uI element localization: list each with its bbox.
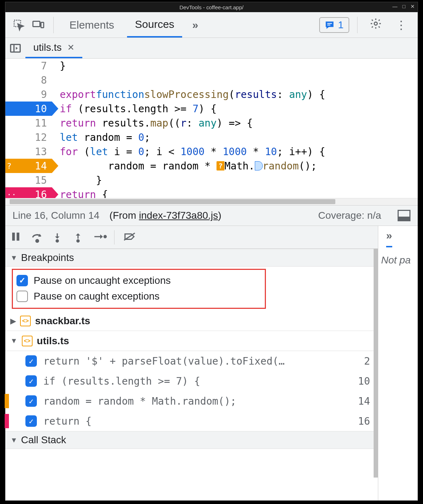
code-line[interactable]: if (results.length >= 7) { xyxy=(60,102,418,116)
line-number[interactable]: 14? xyxy=(5,159,52,173)
expand-icon: ▼ xyxy=(10,337,18,345)
pause-caught-checkbox[interactable] xyxy=(16,291,28,302)
editor-status: Line 16, Column 14 (From index-73f73a80.… xyxy=(5,205,418,226)
debugger-pane: ▼ Breakpoints ✓ Pause on uncaught except… xyxy=(5,226,378,500)
debug-toolbar xyxy=(5,226,378,249)
svg-rect-8 xyxy=(12,232,15,241)
code-content[interactable]: }export function slowProcessing(results:… xyxy=(52,59,418,205)
inspect-icon[interactable] xyxy=(12,18,26,32)
pause-status-text: Not pa xyxy=(381,255,415,266)
svg-rect-4 xyxy=(327,24,331,25)
expand-icon: ▶ xyxy=(10,317,16,325)
maximize-icon[interactable]: □ xyxy=(403,4,405,9)
window-title: DevTools - coffee-cart.app/ xyxy=(180,4,244,10)
svg-point-14 xyxy=(77,239,79,242)
breakpoints-section-header[interactable]: ▼ Breakpoints xyxy=(5,249,378,267)
settings-icon[interactable] xyxy=(365,18,386,33)
close-file-icon[interactable]: ✕ xyxy=(67,43,74,53)
svg-rect-9 xyxy=(17,232,20,241)
code-line[interactable] xyxy=(60,73,418,87)
file-name: utils.ts xyxy=(37,335,69,347)
code-line[interactable]: random = random * ?Math.random(); xyxy=(60,159,418,173)
code-line[interactable]: let random = 0; xyxy=(60,130,418,144)
callstack-section-header[interactable]: ▼ Call Stack xyxy=(5,431,378,449)
titlebar: DevTools - coffee-cart.app/ — □ ✕ xyxy=(5,2,418,12)
pause-uncaught-row[interactable]: ✓ Pause on uncaught exceptions xyxy=(13,273,265,288)
script-file-icon: <> xyxy=(20,316,31,326)
breakpoint-text: random = random * Math.random(); xyxy=(43,395,236,407)
step-over-icon[interactable] xyxy=(31,231,43,243)
more-tabs-icon[interactable]: » xyxy=(187,19,203,31)
breakpoint-item[interactable]: ✓return {16 xyxy=(5,411,378,431)
bottom-drawer-icon[interactable] xyxy=(398,210,410,221)
breakpoint-checkbox[interactable]: ✓ xyxy=(25,415,37,427)
file-tabbar: utils.ts ✕ xyxy=(5,38,418,59)
line-number[interactable]: 10 xyxy=(5,102,52,116)
code-line[interactable]: return results.map((r: any) => { xyxy=(60,116,418,130)
vertical-scrollbar[interactable] xyxy=(374,249,378,478)
file-tab-utils[interactable]: utils.ts ✕ xyxy=(25,38,82,58)
line-number[interactable]: 7 xyxy=(5,59,52,73)
svg-point-10 xyxy=(36,239,38,242)
horizontal-scrollbar[interactable] xyxy=(5,198,418,205)
breakpoint-stripe xyxy=(5,394,9,408)
breakpoint-item[interactable]: ✓return '$' + parseFloat(value).toFixed(… xyxy=(5,351,378,371)
more-tabs-icon[interactable]: » xyxy=(386,229,392,247)
pause-icon[interactable] xyxy=(10,231,23,243)
device-icon[interactable] xyxy=(31,18,45,32)
script-file-icon: <> xyxy=(22,336,33,346)
pause-caught-row[interactable]: Pause on caught exceptions xyxy=(13,288,265,304)
breakpoint-file-row[interactable]: ▶<>snackbar.ts xyxy=(5,311,378,331)
line-number[interactable]: 9 xyxy=(5,87,52,102)
code-line[interactable]: } xyxy=(60,173,418,187)
issues-count: 1 xyxy=(338,19,344,31)
collapse-icon: ▼ xyxy=(10,436,18,444)
breakpoint-checkbox[interactable]: ✓ xyxy=(25,355,37,367)
line-gutter[interactable]: 7891011121314?1516·· xyxy=(5,59,52,205)
cursor-position: Line 16, Column 14 xyxy=(13,210,99,221)
main-toolbar: Elements Sources » 1 ⋮ xyxy=(5,12,418,38)
svg-rect-3 xyxy=(327,23,332,24)
line-number[interactable]: 12 xyxy=(5,130,52,144)
separator xyxy=(357,17,358,33)
breakpoint-item[interactable]: ✓if (results.length >= 7) {10 xyxy=(5,371,378,391)
pause-uncaught-checkbox[interactable]: ✓ xyxy=(16,275,28,286)
file-name: snackbar.ts xyxy=(35,315,90,327)
close-icon[interactable]: ✕ xyxy=(410,4,415,9)
window-controls: — □ ✕ xyxy=(393,4,415,9)
line-number[interactable]: 15 xyxy=(5,173,52,187)
line-number[interactable]: 8 xyxy=(5,73,52,87)
code-line[interactable]: export function slowProcessing(results: … xyxy=(60,87,418,102)
tab-elements[interactable]: Elements xyxy=(62,13,122,38)
breakpoint-checkbox[interactable]: ✓ xyxy=(25,375,37,387)
sourcemap-from: (From index-73f73a80.js) xyxy=(110,210,222,221)
file-tab-name: utils.ts xyxy=(33,42,62,53)
step-icon[interactable] xyxy=(93,231,106,243)
navigator-toggle-icon[interactable] xyxy=(5,38,25,58)
deactivate-breakpoints-icon[interactable] xyxy=(123,231,135,243)
message-icon xyxy=(325,20,334,30)
code-line[interactable]: for (let i = 0; i < 1000 * 1000 * 10; i+… xyxy=(60,144,418,159)
sourcemap-link[interactable]: index-73f73a80.js xyxy=(139,210,218,221)
breakpoint-file-row[interactable]: ▼<>utils.ts xyxy=(5,331,378,351)
step-into-icon[interactable] xyxy=(52,231,64,243)
svg-rect-2 xyxy=(41,22,44,28)
collapse-icon: ▼ xyxy=(10,254,18,262)
svg-point-12 xyxy=(56,239,58,242)
kebab-icon[interactable]: ⋮ xyxy=(391,18,411,32)
breakpoint-line: 14 xyxy=(358,395,370,407)
tab-sources[interactable]: Sources xyxy=(127,13,182,38)
svg-point-5 xyxy=(374,22,378,25)
separator xyxy=(114,230,115,244)
step-out-icon[interactable] xyxy=(73,231,85,243)
issues-badge[interactable]: 1 xyxy=(319,17,349,33)
breakpoint-item[interactable]: ✓random = random * Math.random();14 xyxy=(5,391,378,411)
line-number[interactable]: 11 xyxy=(5,116,52,130)
breakpoint-line: 2 xyxy=(364,355,370,367)
line-number[interactable]: 13 xyxy=(5,144,52,159)
breakpoint-checkbox[interactable]: ✓ xyxy=(25,395,37,407)
editor[interactable]: 7891011121314?1516·· }export function sl… xyxy=(5,59,418,205)
code-line[interactable]: } xyxy=(60,59,418,73)
devtools-window: DevTools - coffee-cart.app/ — □ ✕ Elemen… xyxy=(5,2,418,501)
minimize-icon[interactable]: — xyxy=(393,4,398,9)
